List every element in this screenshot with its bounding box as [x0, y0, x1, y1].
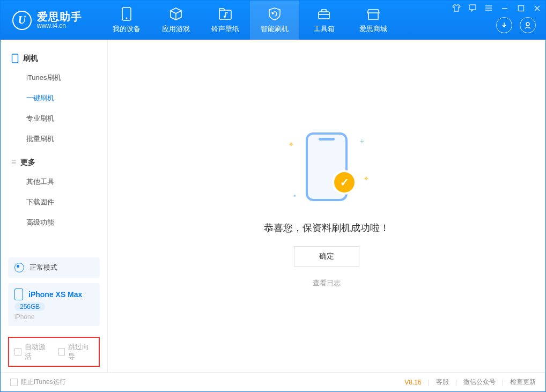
store-icon — [366, 7, 380, 21]
header-actions — [496, 17, 536, 33]
download-button[interactable] — [496, 17, 512, 33]
mode-icon — [14, 263, 24, 272]
checkbox-label: 阻止iTunes运行 — [21, 378, 66, 387]
logo-area: U 爱思助手 www.i4.cn — [1, 11, 94, 30]
maximize-button[interactable] — [515, 3, 526, 13]
ok-button[interactable]: 确定 — [294, 246, 359, 267]
status-link-wechat[interactable]: 微信公众号 — [463, 378, 496, 387]
status-link-update[interactable]: 检查更新 — [510, 378, 536, 387]
app-title-en: www.i4.cn — [37, 23, 82, 29]
sidebar-item-itunes-flash[interactable]: iTunes刷机 — [1, 68, 107, 88]
checkbox-label: 跳过向导 — [68, 342, 93, 361]
tab-my-device[interactable]: 我的设备 — [102, 1, 151, 40]
device-box[interactable]: iPhone XS Max 256GB iPhone — [8, 283, 100, 326]
tshirt-icon[interactable] — [451, 3, 462, 13]
device-icon — [14, 289, 23, 300]
checkmark-badge-icon: ✓ — [334, 172, 355, 193]
tab-apps[interactable]: 应用游戏 — [151, 1, 201, 40]
toolbox-icon — [317, 7, 331, 21]
feedback-icon[interactable] — [467, 3, 478, 13]
app-window: U 爱思助手 www.i4.cn 我的设备 应用游戏 铃声壁纸 智能刷机 — [0, 0, 546, 392]
menu-icon[interactable] — [483, 3, 494, 13]
main-content: ✦ + • ✦ ✓ 恭喜您，保资料刷机成功啦！ 确定 查看日志 — [108, 40, 545, 372]
sparkle-icon: • — [293, 191, 296, 200]
cube-icon — [169, 7, 183, 21]
tab-store[interactable]: 爱思商城 — [349, 1, 398, 40]
sidebar-item-advanced[interactable]: 高级功能 — [1, 212, 107, 233]
svg-rect-8 — [12, 54, 18, 63]
app-title-cn: 爱思助手 — [37, 11, 82, 23]
sidebar-item-batch-flash[interactable]: 批量刷机 — [1, 129, 107, 149]
body: 刷机 iTunes刷机 一键刷机 专业刷机 批量刷机 ≡ 更多 其他工具 下载固… — [1, 40, 545, 372]
sparkle-icon: ✦ — [288, 140, 294, 149]
checkbox-label: 自动激活 — [25, 342, 50, 361]
sidebar-item-oneclick-flash[interactable]: 一键刷机 — [1, 88, 107, 108]
tabs: 我的设备 应用游戏 铃声壁纸 智能刷机 工具箱 爱思商城 — [102, 1, 398, 40]
status-link-support[interactable]: 客服 — [436, 378, 449, 387]
account-button[interactable] — [520, 17, 536, 33]
checkbox-auto-activate[interactable]: 自动激活 — [14, 342, 50, 361]
tab-label: 我的设备 — [113, 24, 141, 34]
tab-label: 智能刷机 — [261, 24, 289, 34]
checkbox-block-itunes[interactable]: 阻止iTunes运行 — [10, 378, 66, 387]
close-button[interactable] — [532, 3, 542, 13]
tab-label: 应用游戏 — [162, 24, 190, 34]
checkbox-icon — [14, 348, 21, 356]
sidebar-item-pro-flash[interactable]: 专业刷机 — [1, 108, 107, 129]
phone-icon — [120, 7, 134, 21]
checkbox-skip-wizard[interactable]: 跳过向导 — [58, 342, 94, 361]
svg-rect-2 — [219, 10, 231, 19]
refresh-shield-icon — [268, 7, 282, 21]
music-folder-icon — [218, 7, 232, 21]
more-icon: ≡ — [11, 158, 16, 167]
sparkle-icon: ✦ — [363, 174, 370, 183]
app-logo-icon: U — [12, 11, 32, 30]
titlebar: U 爱思助手 www.i4.cn 我的设备 应用游戏 铃声壁纸 智能刷机 — [1, 1, 545, 40]
sidebar-item-download-firmware[interactable]: 下载固件 — [1, 192, 107, 212]
device-area: 正常模式 iPhone XS Max 256GB iPhone — [1, 252, 107, 337]
checkbox-icon — [10, 379, 18, 386]
app-title: 爱思助手 www.i4.cn — [37, 11, 82, 29]
device-capacity: 256GB — [14, 302, 45, 311]
window-controls — [451, 3, 542, 13]
tab-toolbox[interactable]: 工具箱 — [299, 1, 349, 40]
success-illustration: ✦ + • ✦ ✓ — [284, 124, 370, 210]
sidebar-item-other-tools[interactable]: 其他工具 — [1, 172, 107, 192]
sparkle-icon: + — [360, 137, 364, 145]
svg-point-7 — [526, 23, 529, 26]
minimize-button[interactable] — [499, 3, 510, 13]
svg-point-1 — [126, 17, 128, 19]
mode-label: 正常模式 — [29, 263, 57, 272]
sidebar-scroll: 刷机 iTunes刷机 一键刷机 专业刷机 批量刷机 ≡ 更多 其他工具 下载固… — [1, 40, 107, 252]
svg-rect-6 — [518, 5, 523, 11]
svg-rect-4 — [319, 12, 329, 19]
statusbar: 阻止iTunes运行 V8.16 | 客服 | 微信公众号 | 检查更新 — [1, 372, 545, 391]
tab-label: 工具箱 — [314, 24, 335, 34]
flash-options: 自动激活 跳过向导 — [8, 337, 100, 367]
tab-label: 爱思商城 — [359, 24, 387, 34]
sidebar-group-more: ≡ 更多 其他工具 下载固件 高级功能 — [1, 153, 107, 233]
sidebar-group-title: 刷机 — [1, 49, 107, 68]
svg-point-3 — [224, 16, 226, 18]
tab-flash[interactable]: 智能刷机 — [250, 1, 299, 40]
tab-ringtones[interactable]: 铃声壁纸 — [201, 1, 250, 40]
sidebar: 刷机 iTunes刷机 一键刷机 专业刷机 批量刷机 ≡ 更多 其他工具 下载固… — [1, 40, 108, 372]
success-message: 恭喜您，保资料刷机成功啦！ — [264, 221, 389, 234]
svg-rect-5 — [469, 5, 476, 10]
device-name: iPhone XS Max — [28, 290, 82, 299]
version-label: V8.16 — [404, 379, 421, 386]
device-type: iPhone — [14, 313, 34, 321]
sidebar-group-title: ≡ 更多 — [1, 153, 107, 172]
checkbox-icon — [58, 348, 65, 356]
tab-label: 铃声壁纸 — [211, 24, 239, 34]
sidebar-group-flash: 刷机 iTunes刷机 一键刷机 专业刷机 批量刷机 — [1, 49, 107, 149]
phone-outline-icon — [11, 54, 19, 63]
view-log-link[interactable]: 查看日志 — [313, 278, 341, 288]
mode-box[interactable]: 正常模式 — [8, 257, 100, 278]
